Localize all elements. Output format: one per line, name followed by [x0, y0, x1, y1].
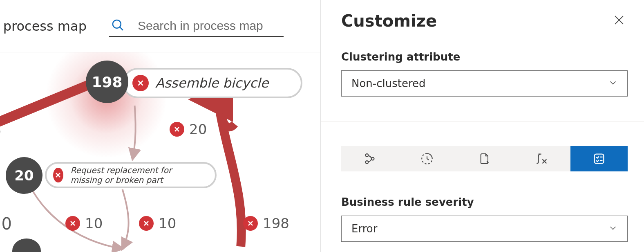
chevron-down-icon	[608, 223, 617, 235]
customize-tabs	[341, 146, 628, 171]
formula-icon	[535, 152, 549, 166]
edge-error-marker[interactable]: 20	[170, 121, 207, 137]
count-bubble-request[interactable]: 20	[6, 157, 42, 194]
activity-label: Request replacement for missing or broke…	[71, 165, 204, 185]
svg-rect-21	[595, 154, 604, 164]
edge-count-partial: 8	[0, 120, 1, 139]
business-rule-severity-select[interactable]: Error	[341, 216, 628, 242]
edge-error-marker[interactable]: 10	[65, 215, 103, 232]
error-icon	[53, 168, 63, 182]
svg-point-17	[366, 161, 369, 164]
search-input[interactable]	[137, 18, 282, 33]
business-rule-severity-label: Business rule severity	[341, 196, 628, 208]
svg-point-18	[371, 158, 374, 160]
count-bubble-partial[interactable]	[12, 239, 41, 252]
chevron-down-icon	[608, 77, 617, 90]
count-value: 198	[92, 74, 122, 90]
error-icon	[170, 122, 184, 137]
svg-point-16	[366, 154, 369, 157]
tab-document[interactable]	[456, 146, 513, 171]
edge-count: 10	[159, 215, 176, 232]
process-map-canvas[interactable]: Assemble bicycle 198 Request replacement…	[0, 52, 320, 252]
edge-error-marker[interactable]: 198	[243, 215, 289, 232]
edge-count: 20	[189, 121, 207, 137]
svg-point-0	[113, 20, 121, 28]
select-value: Non-clustered	[351, 77, 426, 90]
panel-title: Customize	[341, 11, 437, 30]
edge-count-partial: 50	[0, 214, 12, 233]
svg-line-1	[120, 27, 123, 30]
error-icon	[139, 216, 154, 231]
clustering-attribute-select[interactable]: Non-clustered	[341, 70, 628, 97]
select-value: Error	[351, 223, 377, 235]
error-icon	[65, 216, 80, 231]
time-icon	[420, 152, 434, 166]
activity-request-replacement[interactable]: Request replacement for missing or broke…	[45, 162, 217, 188]
tab-process[interactable]	[341, 146, 398, 171]
tab-formula[interactable]	[513, 146, 570, 171]
edge-count: 10	[85, 215, 103, 232]
activity-assemble-bicycle[interactable]: Assemble bicycle	[123, 68, 302, 98]
edge-count: 198	[263, 215, 289, 232]
count-bubble-assemble[interactable]: 198	[86, 61, 128, 103]
error-icon	[132, 75, 149, 91]
clustering-attribute-label: Clustering attribute	[341, 51, 628, 63]
count-value: 20	[14, 167, 34, 184]
checklist-icon	[592, 152, 606, 166]
activity-label: Assemble bicycle	[155, 75, 268, 91]
process-map-icon	[363, 152, 377, 166]
close-button[interactable]	[610, 11, 628, 30]
page-title: t process map	[0, 18, 87, 34]
document-edit-icon	[478, 152, 491, 165]
error-icon	[243, 216, 258, 231]
tab-checklist[interactable]	[570, 146, 628, 171]
tab-time[interactable]	[398, 146, 456, 171]
search-icon	[111, 18, 125, 34]
edge-error-marker[interactable]: 10	[139, 215, 176, 232]
